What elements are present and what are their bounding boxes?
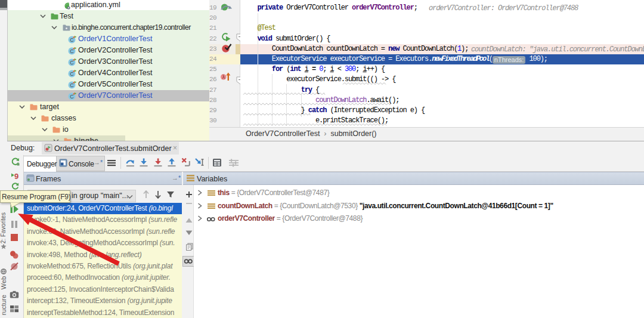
svg-text:λ: λ [222,74,225,80]
svg-text:9: 9 [14,172,18,181]
